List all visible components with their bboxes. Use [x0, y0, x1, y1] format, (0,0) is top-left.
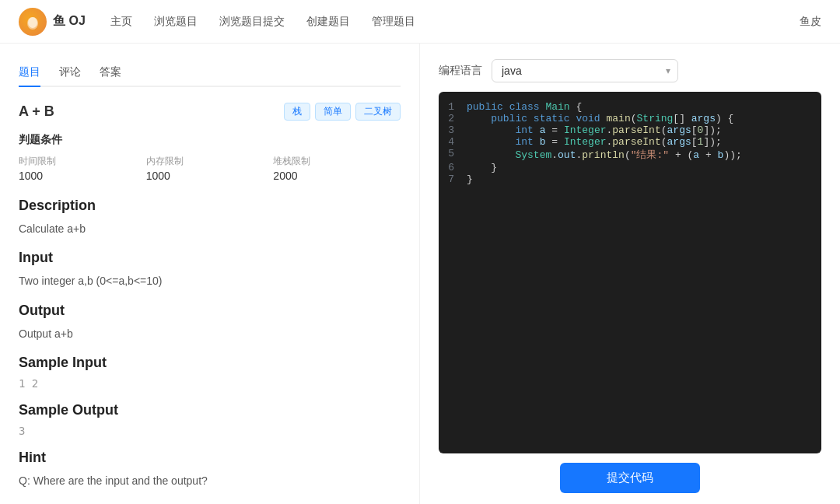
input-content: Two integer a,b (0<=a,b<=10) [19, 272, 401, 289]
constraints-row: 时间限制 1000 内存限制 1000 堆栈限制 2000 [19, 155, 401, 182]
stack-limit: 堆栈限制 2000 [273, 155, 401, 182]
constraints-title: 判题条件 [19, 133, 401, 147]
nav-links: 主页 浏览题目 浏览题目提交 创建题目 管理题目 [110, 15, 800, 29]
tag-stack[interactable]: 栈 [284, 103, 310, 121]
code-line-2: 2 public static void main(String[] args)… [439, 113, 821, 124]
time-limit-label: 时间限制 [19, 155, 146, 168]
input-title: Input [19, 250, 401, 266]
sample-output-title: Sample Output [19, 402, 401, 418]
tags: 栈 简单 二叉树 [284, 103, 401, 121]
logo[interactable]: 鱼 OJ [19, 8, 86, 36]
nav-browse-submissions[interactable]: 浏览题目提交 [219, 15, 285, 29]
memory-limit-value: 1000 [146, 170, 274, 182]
hint-content: Q: Where are the input and the output? [19, 472, 401, 489]
right-panel: 编程语言 java c++ python javascript 1 public… [420, 44, 840, 504]
hint-title: Hint [19, 450, 401, 466]
code-line-3: 3 int a = Integer.parseInt(args[0]); [439, 124, 821, 136]
code-line-5: 5 System.out.println("结果:" + (a + b)); [439, 148, 821, 162]
memory-limit: 内存限制 1000 [146, 155, 274, 182]
submit-button[interactable]: 提交代码 [560, 463, 700, 493]
output-content: Output a+b [19, 325, 401, 342]
sample-output-value: 3 [19, 425, 401, 437]
description-title: Description [19, 198, 401, 214]
user-name: 鱼皮 [800, 15, 821, 29]
lang-select-wrapper[interactable]: java c++ python javascript [492, 59, 678, 82]
code-line-7: 7 } [439, 173, 821, 185]
egg-icon [24, 13, 41, 30]
memory-limit-label: 内存限制 [146, 155, 274, 168]
logo-icon [19, 8, 47, 36]
main-container: 题目 评论 答案 A + B 栈 简单 二叉树 判题条件 时间限制 1000 内… [0, 44, 840, 504]
logo-text: 鱼 OJ [53, 13, 86, 30]
nav-browse-problems[interactable]: 浏览题目 [154, 15, 198, 29]
time-limit: 时间限制 1000 [19, 155, 146, 182]
code-line-4: 4 int b = Integer.parseInt(args[1]); [439, 136, 821, 148]
problem-title-row: A + B 栈 简单 二叉树 [19, 103, 401, 121]
code-line-1: 1 public class Main { [439, 101, 821, 113]
tag-easy[interactable]: 简单 [315, 103, 351, 121]
tab-answers[interactable]: 答案 [100, 59, 121, 87]
output-title: Output [19, 303, 401, 319]
tag-bst[interactable]: 二叉树 [355, 103, 401, 121]
lang-label: 编程语言 [439, 64, 482, 78]
code-editor[interactable]: 1 public class Main { 2 public static vo… [439, 92, 821, 453]
lang-select[interactable]: java c++ python javascript [492, 59, 678, 82]
sample-input-value: 1 2 [19, 377, 401, 390]
tabs: 题目 评论 答案 [19, 59, 401, 87]
time-limit-value: 1000 [19, 170, 146, 182]
navbar: 鱼 OJ 主页 浏览题目 浏览题目提交 创建题目 管理题目 鱼皮 [0, 0, 840, 44]
stack-limit-value: 2000 [273, 170, 401, 182]
nav-create-problem[interactable]: 创建题目 [306, 15, 350, 29]
svg-point-1 [28, 17, 37, 28]
nav-home[interactable]: 主页 [110, 15, 132, 29]
code-line-6: 6 } [439, 162, 821, 173]
stack-limit-label: 堆栈限制 [273, 155, 401, 168]
description-content: Calculate a+b [19, 220, 401, 237]
tab-comments[interactable]: 评论 [59, 59, 81, 87]
left-panel: 题目 评论 答案 A + B 栈 简单 二叉树 判题条件 时间限制 1000 内… [0, 44, 420, 504]
nav-manage-problems[interactable]: 管理题目 [372, 15, 415, 29]
tab-problem[interactable]: 题目 [19, 59, 40, 87]
sample-input-title: Sample Input [19, 355, 401, 371]
problem-title: A + B [19, 103, 54, 120]
lang-row: 编程语言 java c++ python javascript [439, 59, 821, 82]
